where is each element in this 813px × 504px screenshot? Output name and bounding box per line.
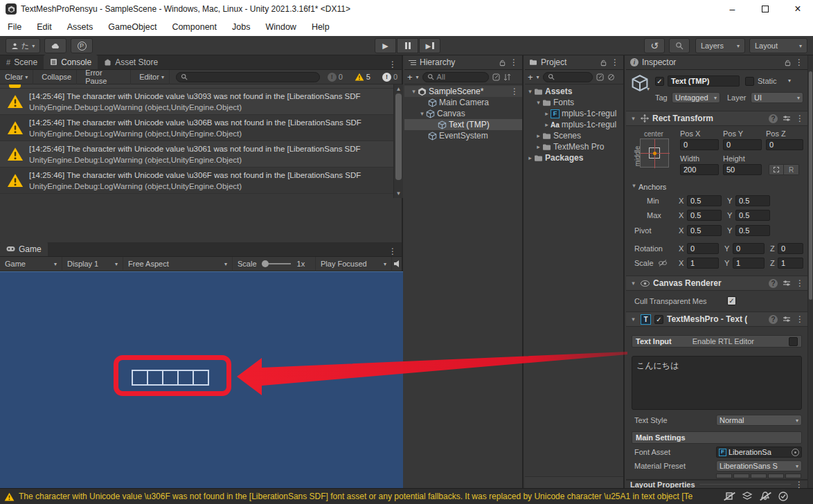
undo-history-button[interactable]: ↺ bbox=[644, 38, 665, 53]
menu-assets[interactable]: Assets bbox=[60, 22, 101, 32]
project-item-fonts[interactable]: ▾ Fonts bbox=[525, 97, 623, 108]
hidden-packages-icon[interactable] bbox=[607, 73, 615, 81]
lock-icon[interactable] bbox=[499, 59, 506, 66]
collapse-button[interactable]: Collapse bbox=[37, 70, 77, 84]
project-item-scenes[interactable]: ▸ Scenes bbox=[525, 130, 623, 141]
notifications-muted-icon[interactable] bbox=[758, 491, 772, 502]
style-button[interactable] bbox=[785, 474, 801, 478]
cache-server-disabled-icon[interactable] bbox=[722, 491, 736, 502]
foldout-arrow[interactable]: ▾ bbox=[629, 280, 637, 287]
foldout-arrow[interactable]: ▸ bbox=[535, 143, 542, 150]
error-pause-button[interactable]: Error Pause bbox=[80, 70, 131, 84]
menu-window[interactable]: Window bbox=[258, 22, 303, 32]
scroll-up-arrow[interactable]: ▲ bbox=[394, 86, 403, 92]
slider-knob[interactable] bbox=[262, 260, 269, 267]
cull-transparent-mesh-checkbox[interactable]: ✓ bbox=[727, 296, 736, 305]
foldout-arrow[interactable]: ▸ bbox=[543, 121, 551, 128]
tag-dropdown[interactable]: Untagged▾ bbox=[672, 92, 720, 103]
textmeshpro-header[interactable]: ▾ T ✓ TextMeshPro - Text ( ?⋮ bbox=[626, 312, 807, 327]
static-checkbox[interactable] bbox=[745, 77, 754, 86]
console-row[interactable]: [14:25:46] The character with Unicode va… bbox=[0, 141, 393, 168]
text-style-dropdown[interactable]: Normal▾ bbox=[716, 415, 802, 426]
scroll-down-arrow[interactable]: ▼ bbox=[394, 190, 403, 197]
editor-dropdown[interactable]: Editor▾ bbox=[134, 70, 170, 84]
inspector-scrollbar[interactable] bbox=[807, 55, 813, 488]
add-asset-button[interactable]: + bbox=[528, 72, 533, 82]
scale-z-field[interactable]: 1 bbox=[778, 258, 803, 269]
chevron-down-icon[interactable]: ▾ bbox=[788, 78, 791, 84]
cloud-button[interactable] bbox=[44, 38, 66, 53]
menu-file[interactable]: File bbox=[0, 22, 29, 32]
maximize-button[interactable] bbox=[750, 0, 780, 18]
max-x-field[interactable]: 0.5 bbox=[687, 210, 722, 221]
help-icon[interactable]: ? bbox=[769, 114, 778, 123]
game-viewport[interactable] bbox=[0, 271, 403, 488]
menu-help[interactable]: Help bbox=[304, 22, 337, 32]
console-search-input[interactable] bbox=[176, 72, 320, 82]
foldout-arrow[interactable]: ▸ bbox=[526, 154, 534, 161]
foldout-arrow[interactable]: ▸ bbox=[543, 110, 551, 117]
inspector-scrollbar-thumb[interactable] bbox=[809, 71, 812, 300]
error-count-badge[interactable]: !0 bbox=[323, 73, 347, 82]
project-item-packages[interactable]: ▸ Packages bbox=[525, 152, 623, 163]
raw-edit-mode-button[interactable]: R bbox=[784, 164, 799, 175]
presets-icon[interactable] bbox=[783, 279, 791, 287]
console-scrollbar[interactable]: ▲ ▼ bbox=[393, 84, 403, 198]
canvas-renderer-header[interactable]: ▾ Canvas Renderer ?⋮ bbox=[626, 276, 807, 291]
style-button[interactable] bbox=[716, 474, 732, 478]
rotation-x-field[interactable]: 0 bbox=[687, 243, 719, 254]
warning-count-badge[interactable]: 5 bbox=[350, 73, 375, 81]
console-row[interactable]: [14:25:46] The character with Unicode va… bbox=[0, 168, 393, 194]
tab-asset-store[interactable]: Asset Store bbox=[98, 55, 164, 69]
layers-dropdown[interactable]: Layers▾ bbox=[695, 38, 745, 53]
progress-status-icon[interactable] bbox=[776, 491, 790, 502]
scale-x-field[interactable]: 1 bbox=[687, 258, 719, 269]
sort-icon[interactable] bbox=[503, 73, 511, 81]
hierarchy-item-text-tmp[interactable]: Text (TMP) bbox=[404, 119, 522, 130]
project-search-input[interactable] bbox=[543, 72, 593, 82]
menu-jobs[interactable]: Jobs bbox=[224, 22, 258, 32]
object-picker-icon[interactable] bbox=[792, 449, 799, 456]
scene-kebab[interactable]: ⋮ bbox=[510, 87, 522, 96]
font-asset-object-field[interactable]: F LiberationSa bbox=[716, 447, 802, 458]
foldout-arrow[interactable]: ▸ bbox=[535, 132, 542, 139]
gameobject-name-field[interactable]: Text (TMP) bbox=[668, 75, 740, 87]
hierarchy-search-input[interactable]: All bbox=[422, 72, 489, 82]
foldout-arrow[interactable]: ▾ bbox=[535, 99, 542, 106]
anchor-preset-widget[interactable] bbox=[640, 138, 669, 168]
project-item-textmeshpro[interactable]: ▸ TextMesh Pro bbox=[525, 141, 623, 152]
hierarchy-item-scene[interactable]: ▾ SampleScene* ⋮ bbox=[404, 86, 522, 97]
foldout-arrow[interactable]: ▾ bbox=[410, 88, 418, 95]
console-scrollbar-thumb[interactable] bbox=[395, 93, 402, 180]
pos-z-field[interactable]: 0 bbox=[766, 139, 803, 150]
component-kebab[interactable]: ⋮ bbox=[796, 278, 804, 288]
lock-icon[interactable] bbox=[784, 59, 792, 66]
rotation-z-field[interactable]: 0 bbox=[778, 243, 803, 254]
account-button[interactable]: た ▾ bbox=[6, 38, 40, 53]
min-y-field[interactable]: 0.5 bbox=[735, 195, 770, 206]
project-menu-kebab[interactable]: ⋮ bbox=[611, 57, 619, 67]
display-dropdown[interactable]: Display 1▾ bbox=[62, 257, 123, 271]
pause-button[interactable] bbox=[397, 38, 418, 53]
presets-icon[interactable] bbox=[783, 114, 791, 123]
step-button[interactable]: ▶ bbox=[419, 38, 440, 53]
rtl-editor-checkbox[interactable] bbox=[789, 337, 798, 346]
pos-y-field[interactable]: 0 bbox=[723, 139, 762, 150]
project-item-font-file[interactable]: ▸ Aa mplus-1c-regul bbox=[525, 119, 623, 130]
style-button[interactable] bbox=[768, 474, 784, 478]
layout-properties-bar[interactable]: Layout Properties ⋮ bbox=[626, 479, 807, 488]
style-button[interactable] bbox=[751, 474, 767, 478]
log-count-badge[interactable]: !0 bbox=[378, 73, 402, 82]
component-kebab[interactable]: ⋮ bbox=[796, 314, 804, 324]
menu-gameobject[interactable]: GameObject bbox=[100, 22, 164, 32]
menu-edit[interactable]: Edit bbox=[29, 22, 60, 32]
presets-icon[interactable] bbox=[783, 315, 791, 323]
tab-game[interactable]: Game bbox=[0, 242, 48, 256]
asset-picker-icon[interactable] bbox=[596, 73, 604, 81]
scale-y-field[interactable]: 1 bbox=[733, 258, 765, 269]
project-item-font-asset[interactable]: ▸ F mplus-1c-regul bbox=[525, 108, 623, 119]
clear-button[interactable]: Clear▾ bbox=[0, 70, 33, 84]
min-x-field[interactable]: 0.5 bbox=[687, 195, 722, 206]
main-settings-section[interactable]: Main Settings bbox=[632, 431, 802, 444]
play-focused-dropdown[interactable]: Play Focused▾ bbox=[316, 257, 392, 271]
